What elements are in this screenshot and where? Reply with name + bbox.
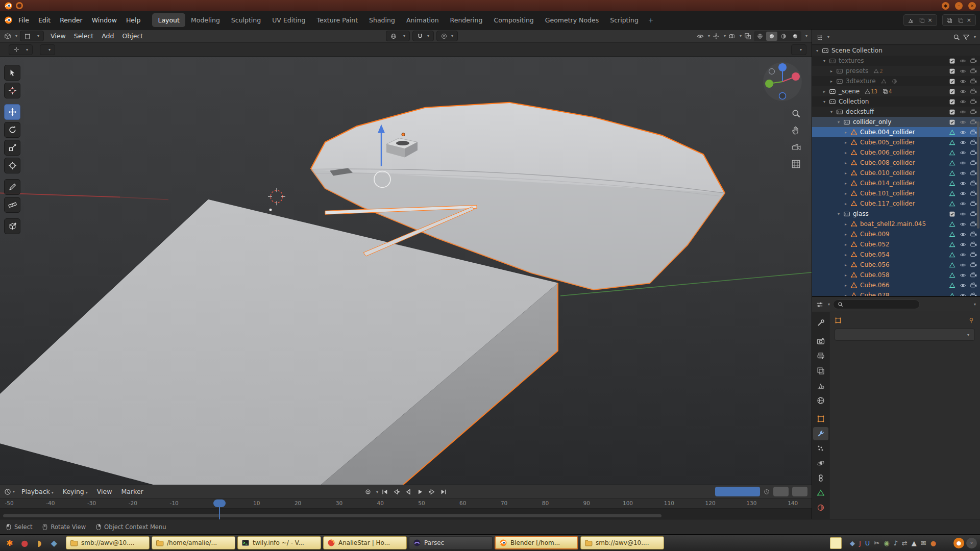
shading-solid-button[interactable]	[766, 32, 777, 41]
pin-icon[interactable]	[968, 317, 975, 324]
outliner-row-cube-101-collider[interactable]: ▸Cube.101_collider	[812, 188, 980, 198]
select-box-tool[interactable]	[4, 65, 20, 81]
snapping-selector[interactable]: ▾	[412, 31, 434, 41]
properties-tab-material[interactable]	[813, 501, 828, 514]
viewport-scene[interactable]	[0, 57, 812, 485]
orientation-dropdown[interactable]: ▾	[9, 44, 33, 55]
hide-toggle-icon[interactable]	[958, 241, 967, 248]
expand-toggle-icon[interactable]: ▾	[828, 110, 835, 114]
shading-rendered-button[interactable]	[790, 32, 801, 41]
window-menu-icon[interactable]	[16, 2, 23, 9]
workspace-tab-texture-paint[interactable]: Texture Paint	[311, 13, 363, 27]
exclude-checkbox-icon[interactable]	[947, 78, 957, 85]
menu-file[interactable]: File	[14, 14, 34, 26]
pan-hand-icon[interactable]	[791, 126, 801, 135]
properties-tab-wrench[interactable]	[813, 427, 828, 440]
tray-icon-6[interactable]: ⇄	[902, 540, 908, 546]
timeline-ruler[interactable]: -50-40-30-20-100102030405060708090100110…	[0, 498, 812, 509]
mesh-data-icon[interactable]	[947, 292, 957, 296]
tray-icon-4[interactable]: ◉	[884, 540, 889, 546]
hide-toggle-icon[interactable]	[958, 252, 967, 258]
mesh-data-icon[interactable]	[947, 160, 957, 166]
tray-icon-9[interactable]: ●	[930, 540, 936, 546]
mesh-data-icon[interactable]	[947, 231, 957, 238]
expand-toggle-icon[interactable]: ▾	[821, 59, 827, 63]
play-reverse-button[interactable]	[403, 487, 413, 497]
mesh-data-icon[interactable]	[947, 180, 957, 187]
outliner-row-presets[interactable]: ▸presets2	[812, 66, 980, 76]
outliner-row-cube-010-collider[interactable]: ▸Cube.010_collider	[812, 168, 980, 178]
outliner-row-cube-009[interactable]: ▸Cube.009	[812, 229, 980, 239]
mesh-data-icon[interactable]	[947, 190, 957, 197]
timeline-menu-playback[interactable]: Playback▾	[17, 486, 58, 497]
hide-toggle-icon[interactable]	[958, 180, 967, 187]
expand-toggle-icon[interactable]: ▸	[843, 232, 849, 237]
outliner-row-cube-066[interactable]: ▸Cube.066	[812, 280, 980, 290]
hide-toggle-icon[interactable]	[958, 201, 967, 207]
mesh-data-icon[interactable]	[947, 149, 957, 156]
blender-logo-icon[interactable]	[4, 16, 13, 24]
render-toggle-icon[interactable]	[969, 241, 978, 248]
hide-toggle-icon[interactable]	[958, 211, 967, 217]
end-frame-field[interactable]	[792, 487, 807, 496]
measure-tool[interactable]	[4, 197, 20, 213]
editor-type-icon[interactable]	[816, 301, 823, 308]
properties-tab-world[interactable]	[813, 394, 828, 407]
properties-tab-viewlayer[interactable]	[813, 364, 828, 378]
menu-window[interactable]: Window	[87, 14, 121, 26]
hide-toggle-icon[interactable]	[958, 139, 967, 146]
expand-toggle-icon[interactable]: ▸	[843, 191, 849, 196]
properties-search-input[interactable]	[833, 299, 920, 309]
render-toggle-icon[interactable]	[969, 231, 978, 238]
viewport-menu-view[interactable]: View	[46, 31, 70, 41]
launcher-icon-0[interactable]: ✱	[3, 536, 16, 549]
taskbar-window-blender-hom[interactable]: Blender [/hom...	[495, 536, 578, 549]
launcher-icon-1[interactable]: ●	[18, 536, 31, 549]
expand-toggle-icon[interactable]: ▸	[843, 293, 849, 296]
shading-material-button[interactable]	[778, 32, 789, 41]
start-frame-field[interactable]	[773, 487, 789, 496]
transform-orientation-selector[interactable]: ▾	[386, 31, 410, 41]
gizmos-dropdown-icon[interactable]	[713, 33, 720, 40]
annotate-tool[interactable]	[4, 179, 20, 195]
hide-toggle-icon[interactable]	[958, 170, 967, 177]
outliner-row-cube-078[interactable]: ▸Cube.078	[812, 290, 980, 296]
ortho-grid-icon[interactable]	[791, 159, 801, 169]
keep-above-button[interactable]: ◆	[942, 2, 949, 10]
new-viewlayer-icon[interactable]	[958, 17, 964, 23]
mesh-data-icon[interactable]	[947, 262, 957, 268]
expand-toggle-icon[interactable]: ▸	[821, 89, 827, 94]
taskbar-window-smb-awv-10[interactable]: smb://awv@10....	[66, 536, 150, 549]
close-button[interactable]: ×	[968, 2, 976, 10]
render-toggle-icon[interactable]	[969, 68, 978, 74]
expand-toggle-icon[interactable]: ▸	[843, 130, 849, 135]
outliner-row-cube-008-collider[interactable]: ▸Cube.008_collider	[812, 158, 980, 168]
outliner-row-collider-only[interactable]: ▾collider_only	[812, 117, 980, 127]
shading-wireframe-button[interactable]	[754, 32, 766, 41]
expand-toggle-icon[interactable]: ▾	[836, 120, 842, 124]
mesh-data-icon[interactable]	[947, 241, 957, 248]
hide-toggle-icon[interactable]	[958, 282, 967, 289]
render-toggle-icon[interactable]	[969, 262, 978, 268]
add-cube-tool[interactable]	[4, 218, 20, 234]
hide-toggle-icon[interactable]	[958, 119, 967, 126]
viewport-menu-add[interactable]: Add	[97, 31, 118, 41]
search-icon[interactable]	[953, 34, 960, 41]
hide-toggle-icon[interactable]	[958, 262, 967, 268]
exclude-checkbox-icon[interactable]	[947, 58, 957, 64]
properties-tab-render[interactable]	[813, 335, 828, 348]
outliner-row-collection[interactable]: ▾Collection	[812, 96, 980, 107]
timeline-menu-view[interactable]: View	[92, 486, 117, 497]
rotate-tool[interactable]	[4, 122, 20, 138]
playback-sync-icon[interactable]	[764, 489, 770, 495]
hide-toggle-icon[interactable]	[958, 190, 967, 197]
jump-to-start-button[interactable]	[380, 487, 390, 497]
notes-applet[interactable]	[830, 537, 842, 549]
tray-icon-0[interactable]: ◆	[850, 540, 855, 546]
scale-tool[interactable]	[4, 140, 20, 156]
launcher-icon-3[interactable]: ◆	[47, 536, 61, 549]
mesh-data-icon[interactable]	[947, 201, 957, 207]
navigation-gizmo[interactable]	[762, 61, 803, 103]
editor-type-icon[interactable]	[816, 34, 823, 41]
taskbar-window-home-amalie[interactable]: /home/amalie/...	[152, 536, 235, 549]
